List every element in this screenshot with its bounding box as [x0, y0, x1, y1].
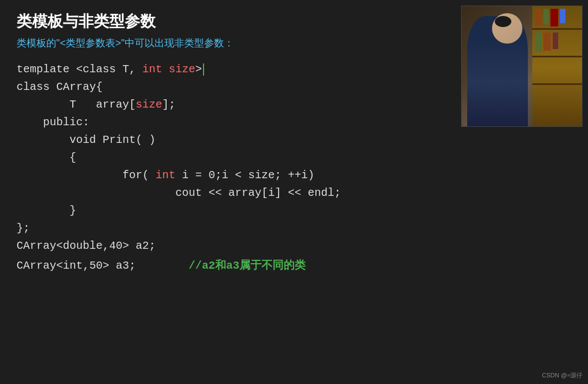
video-content [462, 6, 582, 126]
person-hair [495, 16, 511, 27]
code-line-12: CArray<int,50> a3; //a2和a3属于不同的类 [17, 257, 571, 275]
book-2 [543, 9, 549, 24]
shelf-divider-3 [532, 83, 582, 85]
book-1 [535, 9, 542, 25]
main-container: 类模板与非类型参数 类模板的"<类型参数表>"中可以出现非类型参数： templ… [0, 0, 588, 384]
video-panel [461, 6, 582, 127]
bookshelf [532, 6, 582, 127]
code-line-6: { [17, 149, 571, 167]
shelf-divider-2 [532, 56, 582, 57]
code-line-8: cout << array[i] << endl; [17, 184, 571, 202]
code-line-5: void Print( ) [17, 131, 571, 149]
book-3 [550, 9, 558, 26]
code-line-10: }; [17, 220, 571, 237]
watermark: CSDN @≈源仔 [542, 371, 582, 380]
code-line-7: for( int i = 0;i < size; ++i) [17, 167, 571, 184]
code-text: > [195, 63, 202, 76]
book-5 [535, 33, 542, 52]
book-6 [543, 33, 551, 51]
code-line-11: CArray<double,40> a2; [17, 237, 571, 255]
book-4 [560, 9, 565, 23]
code-line-9: } [17, 202, 571, 220]
code-keyword-int-size: int size [142, 63, 195, 76]
shelf-divider-1 [532, 28, 582, 30]
code-text: template <class T, [17, 63, 142, 76]
comment-text: //a2和a3属于不同的类 [189, 259, 306, 272]
person-head [492, 13, 522, 44]
book-7 [553, 33, 558, 49]
cursor [203, 63, 204, 76]
content-area: 类模板与非类型参数 类模板的"<类型参数表>"中可以出现非类型参数： templ… [0, 0, 588, 384]
